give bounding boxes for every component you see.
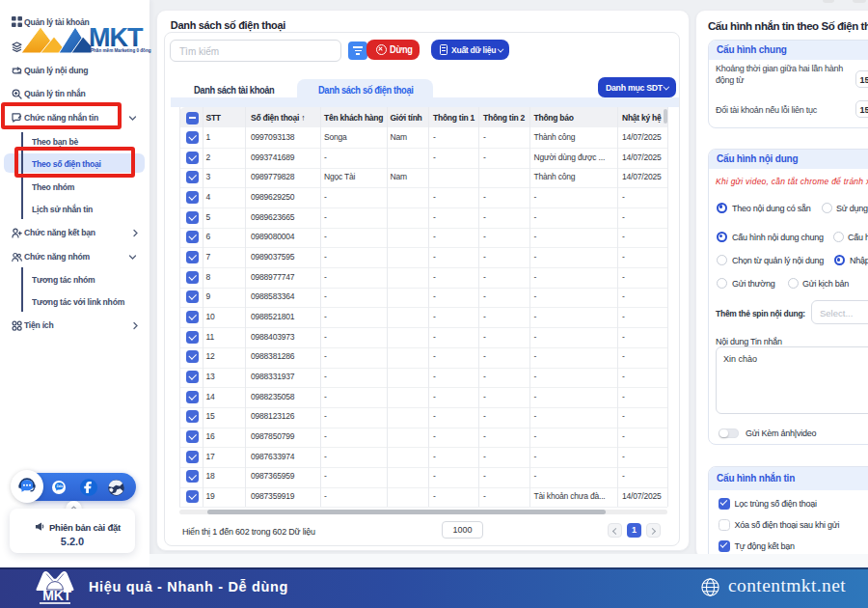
svg-text:MKT: MKT <box>89 23 144 52</box>
svg-text:Zalo: Zalo <box>56 484 63 488</box>
svg-text:Phần mềm Marketing 0 đồng: Phần mềm Marketing 0 đồng <box>91 48 151 53</box>
